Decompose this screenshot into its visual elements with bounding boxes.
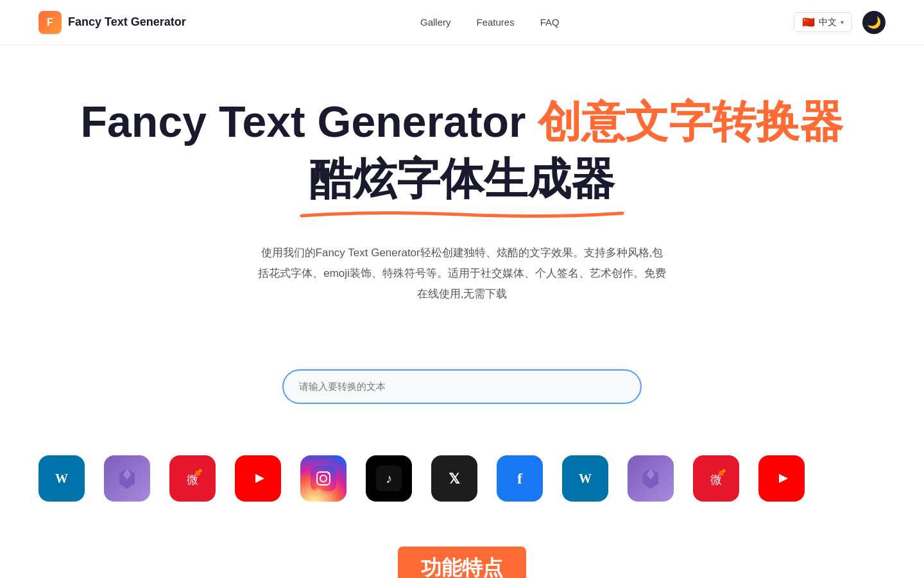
input-section [0, 344, 924, 417]
hero-title-black: Fancy Text Generator [81, 97, 526, 146]
navbar-brand: F Fancy Text Generator [38, 11, 186, 34]
dark-mode-toggle[interactable]: 🌙 [862, 11, 886, 34]
social-icon-instagram[interactable] [300, 455, 346, 502]
features-badge: 功能特点 [398, 547, 526, 578]
navbar-title: Fancy Text Generator [68, 15, 186, 29]
chevron-down-icon: ▾ [841, 19, 844, 26]
social-icon-x[interactable]: 𝕏 [431, 455, 477, 502]
social-icons-section: W 微 ♪ 𝕏 [0, 417, 924, 521]
hero-section: Fancy Text Generator 创意文字转换器 酷炫字体生成器 使用我… [0, 45, 924, 344]
language-selector[interactable]: 🇨🇳 中文 ▾ [794, 12, 852, 32]
features-section: 功能特点 [0, 521, 924, 578]
lang-label: 中文 [819, 17, 837, 28]
social-icon-obsidian[interactable] [104, 455, 150, 502]
social-icon-wordpress-2[interactable]: W [562, 455, 608, 502]
logo-letter: F [47, 17, 53, 28]
navbar-links: Gallery Features FAQ [420, 17, 560, 28]
social-icon-wordpress[interactable]: W [38, 455, 85, 502]
social-icon-weibo-2[interactable]: 微 [693, 455, 739, 502]
social-icon-youtube-2[interactable] [758, 455, 805, 502]
hero-title-orange: 创意文字转换器 [538, 97, 843, 146]
hero-description: 使用我们的Fancy Text Generator轻松创建独特、炫酷的文字效果。… [257, 243, 667, 305]
nav-gallery[interactable]: Gallery [420, 17, 451, 28]
navbar: F Fancy Text Generator Gallery Features … [0, 0, 924, 45]
svg-text:♪: ♪ [386, 471, 392, 486]
svg-text:𝕏: 𝕏 [449, 471, 460, 487]
hero-title: Fancy Text Generator 创意文字转换器 [38, 96, 886, 146]
navbar-actions: 🇨🇳 中文 ▾ 🌙 [794, 11, 886, 34]
svg-rect-10 [311, 466, 336, 491]
social-icon-tiktok[interactable]: ♪ [366, 455, 412, 502]
social-icons-track: W 微 ♪ 𝕏 [0, 449, 843, 508]
svg-point-13 [328, 472, 330, 474]
social-icon-youtube[interactable] [235, 455, 281, 502]
svg-text:W: W [55, 471, 68, 486]
flag-icon: 🇨🇳 [802, 16, 815, 28]
svg-point-7 [199, 469, 202, 472]
nav-features[interactable]: Features [477, 17, 515, 28]
svg-point-27 [723, 469, 726, 472]
underline-decoration [295, 208, 629, 220]
svg-text:W: W [579, 471, 592, 486]
social-icon-obsidian-2[interactable] [628, 455, 674, 502]
hero-subtitle: 酷炫字体生成器 [309, 153, 615, 206]
social-icon-weibo[interactable]: 微 [169, 455, 216, 502]
moon-icon: 🌙 [867, 15, 881, 30]
nav-faq[interactable]: FAQ [540, 17, 560, 28]
social-icon-facebook[interactable]: f [497, 455, 543, 502]
logo-icon: F [38, 11, 62, 34]
text-input[interactable] [282, 369, 642, 404]
svg-text:f: f [517, 470, 523, 487]
